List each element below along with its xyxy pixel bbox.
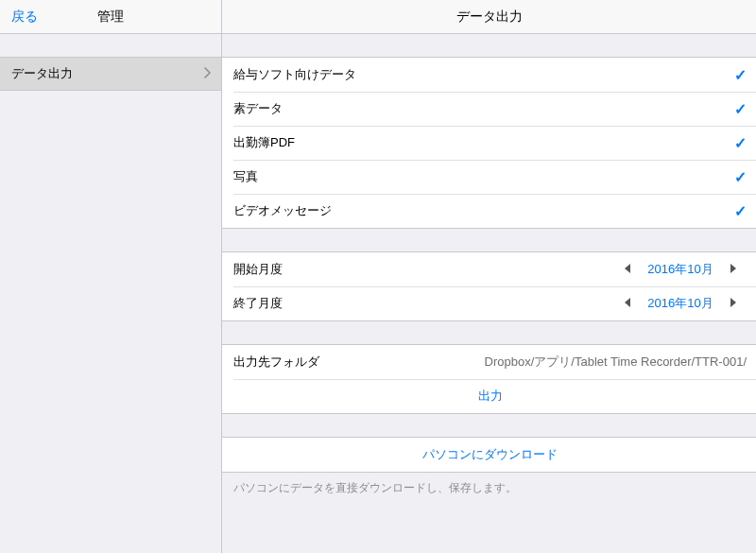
start-month-row: 開始月度 2016年10月 [222,252,756,286]
output-group: 出力先フォルダ Dropbox/アプリ/Tablet Time Recorder… [222,344,756,414]
cell-label: 開始月度 [233,261,614,278]
navbar: 戻る 管理 データ出力 [0,0,756,34]
download-footer: パソコンにデータを直接ダウンロードし、保存します。 [222,473,756,504]
start-month-prev[interactable] [614,263,641,277]
checkmark-icon: ✓ [734,66,747,84]
cell-label: 出勤簿PDF [233,134,734,151]
cell-label: ビデオメッセージ [233,202,734,219]
end-month-next[interactable] [720,297,747,311]
export-button[interactable]: 出力 [222,379,756,413]
start-month-value: 2016年10月 [641,261,720,278]
start-month-stepper: 2016年10月 [614,261,747,278]
checkmark-icon: ✓ [734,100,747,118]
cell-label: 素データ [233,100,734,117]
sidebar-item-data-export[interactable]: データ出力 [0,57,221,91]
back-button[interactable]: 戻る [0,9,49,26]
cell-label: 写真 [233,168,734,185]
end-month-row: 終了月度 2016年10月 [222,286,756,320]
checkmark-icon: ✓ [734,202,747,220]
period-group: 開始月度 2016年10月 終了月度 [222,251,756,321]
output-folder-row[interactable]: 出力先フォルダ Dropbox/アプリ/Tablet Time Recorder… [222,345,756,379]
export-option-photo[interactable]: 写真 ✓ [222,160,756,194]
export-option-raw[interactable]: 素データ ✓ [222,92,756,126]
cell-label: 出力先フォルダ [233,354,485,371]
export-options-group: 給与ソフト向けデータ ✓ 素データ ✓ 出勤簿PDF ✓ 写真 ✓ ビデオメッセ… [222,57,756,229]
export-option-video-message[interactable]: ビデオメッセージ ✓ [222,194,756,228]
navbar-left: 戻る 管理 [0,0,222,33]
cell-label: 終了月度 [233,295,614,312]
button-label: パソコンにダウンロード [422,446,558,463]
checkmark-icon: ✓ [734,168,747,186]
output-folder-value: Dropbox/アプリ/Tablet Time Recorder/TTR-001… [485,354,747,371]
download-button[interactable]: パソコンにダウンロード [222,438,756,472]
export-option-payroll[interactable]: 給与ソフト向けデータ ✓ [222,58,756,92]
navbar-right-title: データ出力 [222,0,756,33]
sidebar: データ出力 [0,34,222,553]
button-label: 出力 [478,388,503,405]
sidebar-item-label: データ出力 [11,65,73,82]
export-option-attendance-pdf[interactable]: 出勤簿PDF ✓ [222,126,756,160]
end-month-prev[interactable] [614,297,641,311]
chevron-right-icon [204,67,212,81]
checkmark-icon: ✓ [734,134,747,152]
start-month-next[interactable] [720,263,747,277]
content: 給与ソフト向けデータ ✓ 素データ ✓ 出勤簿PDF ✓ 写真 ✓ ビデオメッセ… [222,34,756,553]
cell-label: 給与ソフト向けデータ [233,66,734,83]
download-group: パソコンにダウンロード [222,437,756,473]
end-month-stepper: 2016年10月 [614,295,747,312]
end-month-value: 2016年10月 [641,295,720,312]
